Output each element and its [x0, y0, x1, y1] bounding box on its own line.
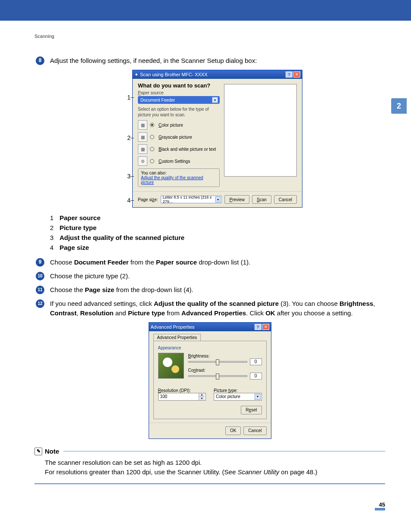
- t: ,: [77, 309, 80, 317]
- option-color-label: Color picture: [159, 123, 183, 128]
- radio-bw[interactable]: [150, 147, 154, 151]
- t: Scanner Utility: [237, 468, 279, 476]
- option-bw-label: Black and white picture or text: [159, 147, 216, 152]
- step-11: 11 Choose the Page size from the drop-do…: [34, 285, 385, 295]
- option-custom[interactable]: ⚙ Custom Settings: [138, 156, 220, 166]
- radio-grayscale[interactable]: [150, 135, 154, 139]
- option-bw[interactable]: ▩ Black and white picture or text: [138, 144, 220, 154]
- step-8: 8 Adjust the following settings, if need…: [34, 56, 385, 65]
- note-block: ✎ Note The scanner resolution can be set…: [34, 448, 385, 484]
- spinner-arrows[interactable]: ▲▼: [199, 393, 205, 400]
- t: Choose: [50, 258, 74, 266]
- note-rule: [63, 451, 385, 451]
- ok-button[interactable]: OK: [225, 426, 241, 435]
- reset-button[interactable]: Reset: [241, 406, 262, 414]
- close-button[interactable]: ✕: [293, 72, 300, 78]
- t: Document Feeder: [74, 258, 129, 266]
- custom-icon: ⚙: [138, 156, 147, 166]
- adv-tab[interactable]: Advanced Properties: [153, 334, 201, 341]
- adv-cancel-button[interactable]: Cancel: [243, 426, 266, 435]
- adv-help-button[interactable]: ?: [255, 324, 262, 330]
- top-bar: [0, 0, 411, 21]
- adv-title: Advanced Properties: [151, 324, 195, 330]
- preview-thumbnail: [158, 353, 184, 379]
- contrast-slider[interactable]: [188, 375, 247, 377]
- t: on page 48.): [279, 468, 317, 476]
- callout-2: 2: [117, 134, 131, 142]
- section-header: Scanning: [34, 34, 385, 39]
- t: Brightness: [339, 300, 373, 307]
- appearance-label: Appearance: [158, 345, 262, 350]
- resolution-value: 100: [160, 394, 168, 399]
- note-icon: ✎: [34, 448, 42, 455]
- key-3-label: Adjust the quality of the scanned pictur…: [59, 234, 184, 241]
- key-2-label: Picture type: [59, 224, 97, 231]
- wizard-icon: ✦: [134, 72, 138, 78]
- callout-4: 4: [117, 196, 131, 204]
- option-grayscale[interactable]: ▦ Grayscale picture: [138, 132, 220, 142]
- t: Adjust the quality of the scanned pictur…: [154, 300, 279, 307]
- chapter-tab: 2: [391, 98, 407, 114]
- advanced-properties-figure: Advanced Properties ? ✕ Advanced Propert…: [34, 322, 385, 439]
- t: Page size: [85, 286, 114, 293]
- key-1-num: 1: [50, 214, 58, 221]
- contrast-value[interactable]: 0: [250, 373, 262, 380]
- contrast-label: Contrast:: [188, 368, 262, 373]
- t: from the drop-down list (4).: [114, 286, 193, 293]
- t: Choose the: [50, 286, 85, 293]
- t: . Click: [246, 309, 265, 317]
- note-line-2: For resolutions greater than 1200 dpi, u…: [45, 467, 385, 477]
- radio-color[interactable]: [150, 123, 154, 127]
- bullet-8: 8: [36, 56, 44, 65]
- step-10-text: Choose the picture type (2).: [50, 271, 385, 281]
- preview-button[interactable]: Preview: [224, 195, 249, 204]
- resolution-spinner[interactable]: 100 ▲▼: [158, 393, 206, 401]
- resolution-label: Resolution (DPI):: [158, 388, 206, 393]
- t: drop-down list (1).: [197, 258, 250, 266]
- scan-button[interactable]: Scan: [252, 195, 271, 204]
- t: If you need advanced settings, click: [50, 300, 154, 307]
- t: ,: [373, 300, 375, 307]
- picture-type-value: Color picture: [216, 394, 240, 399]
- t: from the: [129, 258, 156, 266]
- t: after you choose a setting.: [275, 309, 353, 317]
- step-12: 12 If you need advanced settings, click …: [34, 299, 385, 318]
- t: For resolutions greater than 1200 dpi, u…: [45, 468, 237, 476]
- paper-source-dropdown[interactable]: Document Feeder ▾: [138, 96, 220, 104]
- adv-close-button[interactable]: ✕: [262, 324, 269, 330]
- brightness-slider[interactable]: [188, 361, 247, 363]
- page-size-dropdown[interactable]: Letter 8.5 x 11 inches (216 x 279… ▾: [161, 196, 222, 203]
- scanner-title: Scan using Brother MFC- XXXX: [140, 72, 208, 77]
- key-1-label: Paper source: [59, 214, 100, 221]
- paper-source-value: Document Feeder: [140, 98, 175, 103]
- cancel-button[interactable]: Cancel: [274, 195, 297, 204]
- option-custom-label: Custom Settings: [159, 159, 190, 164]
- scanner-dialog-figure: 1 2 3 4 ✦ Scan using Brother MFC- XXXX ?…: [34, 70, 385, 208]
- t: Advanced Properties: [181, 309, 246, 317]
- note-bottom-rule: [34, 483, 385, 484]
- radio-custom[interactable]: [150, 159, 154, 163]
- t: (3). You can choose: [279, 300, 339, 307]
- bullet-10: 10: [36, 272, 44, 280]
- picture-type-dropdown[interactable]: Color picture ▾: [214, 393, 262, 401]
- page-size-label: Page size:: [138, 197, 158, 202]
- help-button[interactable]: ?: [286, 72, 293, 78]
- brightness-value[interactable]: 0: [250, 358, 262, 365]
- t: Resolution: [80, 309, 114, 317]
- note-line-1: The scanner resolution can be set as hig…: [45, 458, 385, 468]
- option-color[interactable]: ▦ Color picture: [138, 120, 220, 130]
- t: Paper source: [156, 258, 197, 266]
- key-4-num: 4: [50, 244, 58, 251]
- select-hint: Select an option below for the type of p…: [138, 106, 220, 118]
- t: OK: [265, 309, 275, 317]
- note-label: Note: [45, 448, 59, 455]
- picture-type-label: Picture type:: [214, 388, 262, 393]
- key-2-num: 2: [50, 224, 58, 231]
- t: Contrast: [50, 309, 77, 317]
- chevron-down-icon: ▾: [255, 394, 261, 400]
- adjust-quality-link[interactable]: Adjust the quality of the scanned pictur…: [141, 175, 203, 185]
- paper-source-label: Paper source: [138, 90, 220, 95]
- step-9: 9 Choose Document Feeder from the Paper …: [34, 258, 385, 267]
- you-can-also-label: You can also:: [141, 171, 217, 175]
- t: and: [114, 309, 128, 317]
